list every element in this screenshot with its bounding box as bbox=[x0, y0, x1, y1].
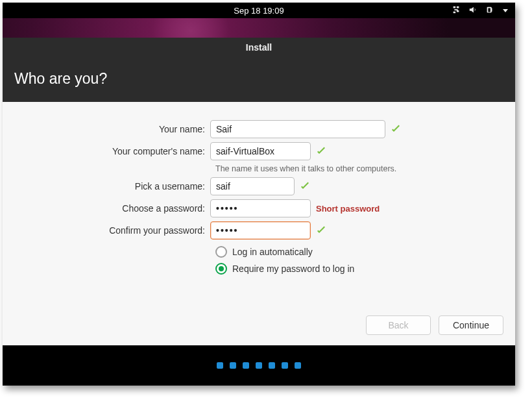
computer-hint: The name it uses when it talks to other … bbox=[215, 164, 502, 173]
radio-icon bbox=[215, 246, 227, 258]
page-header: Who are you? bbox=[3, 57, 515, 102]
progress-dot bbox=[217, 362, 223, 369]
progress-bar bbox=[3, 345, 515, 386]
back-button: Back bbox=[366, 315, 431, 335]
username-label: Pick a username: bbox=[16, 181, 210, 191]
check-icon bbox=[316, 146, 326, 156]
confirm-password-input[interactable] bbox=[210, 221, 311, 240]
button-bar: Back Continue bbox=[3, 309, 515, 345]
radio-login-auto-label: Log in automatically bbox=[232, 247, 313, 257]
name-label: Your name: bbox=[16, 124, 210, 134]
check-icon bbox=[391, 124, 401, 134]
network-icon[interactable] bbox=[452, 5, 461, 16]
radio-icon bbox=[215, 263, 227, 275]
page-title: Who are you? bbox=[14, 70, 107, 87]
computer-name-input[interactable] bbox=[210, 142, 311, 160]
password-strength: Short password bbox=[316, 204, 380, 214]
clock: Sep 18 19:09 bbox=[234, 6, 284, 16]
progress-dot bbox=[269, 362, 275, 369]
progress-dot bbox=[243, 362, 249, 369]
system-topbar: Sep 18 19:09 bbox=[3, 3, 515, 18]
installer-form: Your name: Your computer's name: The nam… bbox=[3, 102, 515, 309]
wallpaper-strip bbox=[3, 18, 515, 38]
window-titlebar: Install bbox=[3, 38, 515, 57]
progress-dot bbox=[230, 362, 236, 369]
continue-button[interactable]: Continue bbox=[439, 315, 503, 335]
progress-dot bbox=[295, 362, 301, 369]
check-icon bbox=[316, 225, 326, 236]
window-title: Install bbox=[246, 42, 272, 53]
name-input[interactable] bbox=[210, 120, 385, 138]
radio-login-password[interactable]: Require my password to log in bbox=[215, 260, 502, 277]
progress-dot bbox=[282, 362, 288, 369]
username-input[interactable] bbox=[210, 177, 295, 195]
confirm-label: Confirm your password: bbox=[16, 225, 210, 236]
password-label: Choose a password: bbox=[16, 203, 210, 214]
progress-dot bbox=[256, 362, 262, 369]
dropdown-caret-icon[interactable] bbox=[502, 6, 509, 16]
password-input[interactable] bbox=[210, 199, 311, 217]
check-icon bbox=[300, 181, 310, 191]
radio-login-password-label: Require my password to log in bbox=[232, 264, 354, 274]
volume-icon[interactable] bbox=[468, 5, 478, 16]
computer-label: Your computer's name: bbox=[16, 146, 210, 156]
radio-login-auto[interactable]: Log in automatically bbox=[215, 243, 502, 260]
battery-icon[interactable] bbox=[485, 5, 494, 16]
